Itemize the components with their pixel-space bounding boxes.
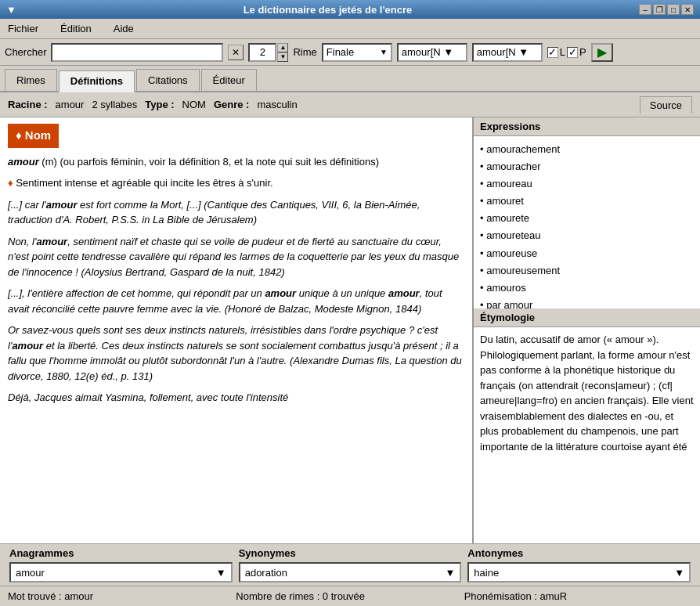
clear-button[interactable]: ✕: [228, 45, 244, 60]
racine-value: amour: [56, 99, 85, 110]
bottom-dropdowns: Anagrammes amour ▼ Synonymes adoration ▼…: [0, 543, 700, 586]
etymology-section: Étymologie Du latin, accusatif de amor (…: [474, 308, 700, 543]
synonymes-group: Synonymes adoration ▼: [236, 547, 465, 583]
title-bar-controls: – ❐ □ ✕: [639, 4, 694, 15]
syllables: 2 syllabes: [92, 99, 137, 110]
menu-edition[interactable]: Édition: [56, 21, 96, 36]
expr-item-2: • amouracher: [480, 158, 694, 175]
tab-definitions[interactable]: Définitions: [59, 70, 135, 92]
def-para-6: Or savez-vous quels sont ses deux instin…: [8, 323, 464, 384]
spin-buttons[interactable]: ▲ ▼: [277, 43, 288, 62]
def-para-4: Non, l'amour, sentiment naïf et chaste q…: [8, 234, 464, 280]
checkbox-p-label: P: [579, 46, 586, 58]
synonymes-label: Synonymes: [239, 547, 462, 559]
expr-item-6: • amoureteau: [480, 227, 694, 244]
checkbox-l-label: L: [560, 46, 565, 58]
amour-dropdown2[interactable]: amour[N ▼: [472, 43, 543, 62]
anagrammes-label: Anagrammes: [9, 547, 233, 559]
rime-select-arrow: ▼: [380, 48, 388, 56]
rime-label: Rime: [293, 46, 316, 58]
title-bar: ▼ Le dictionnaire des jetés de l'encre –…: [0, 0, 700, 19]
checkbox-p[interactable]: ✓: [567, 47, 578, 58]
expr-item-1: • amourachement: [480, 141, 694, 158]
def-para-2: ♦ Sentiment intense et agréable qui inci…: [8, 175, 464, 191]
antonymes-value: haine: [474, 567, 499, 579]
menu-bar: Fichier Édition Aide: [0, 19, 700, 39]
spin-up[interactable]: ▲: [277, 43, 288, 52]
type-value: NOM: [182, 99, 206, 110]
expressions-list: • amourachement • amouracher • amoureau …: [474, 136, 700, 308]
toolbar: Chercher ✕ 2 ▲ ▼ Rime Finale ▼ amour[N ▼…: [0, 39, 700, 66]
synonymes-value: adoration: [245, 567, 287, 579]
tab-citations[interactable]: Citations: [136, 69, 200, 91]
synonymes-select[interactable]: adoration ▼: [239, 562, 462, 583]
tab-editeur[interactable]: Éditeur: [201, 69, 257, 91]
right-panel: Expressions • amourachement • amouracher…: [473, 117, 700, 543]
tab-rimes[interactable]: Rimes: [5, 69, 57, 91]
mot-trouve-status: Mot trouvé : amour: [8, 590, 236, 602]
anagrammes-select[interactable]: amour ▼: [9, 562, 233, 583]
antonymes-label: Antonymes: [467, 547, 691, 559]
rime-select[interactable]: Finale ▼: [322, 43, 392, 62]
def-para-7: Déjà, Jacques aimait Yasmina, follement,…: [8, 390, 464, 406]
expr-item-10: • par amour: [480, 297, 694, 308]
def-para-3: [...] car l'amour est fort comme la Mort…: [8, 197, 464, 228]
def-para-1: amour (m) (ou parfois féminin, voir la d…: [8, 154, 464, 170]
checkbox-l[interactable]: ✓: [547, 47, 558, 58]
definitions-panel: ♦ Nom amour (m) (ou parfois féminin, voi…: [0, 117, 473, 543]
close-button[interactable]: ✕: [681, 4, 694, 15]
source-tab[interactable]: Source: [640, 96, 692, 114]
main-content: Racine : amour 2 syllabes Type : NOM Gen…: [0, 92, 700, 586]
expr-item-7: • amoureuse: [480, 245, 694, 262]
amour-dropdown1[interactable]: amour[N ▼: [397, 43, 467, 62]
checkbox-row: ✓ L ✓ P: [547, 46, 586, 58]
genre-value: masculin: [257, 99, 297, 110]
anagrammes-arrow: ▼: [216, 567, 226, 579]
maximize-button[interactable]: □: [667, 4, 680, 15]
antonymes-arrow: ▼: [674, 567, 684, 579]
etymology-title: Étymologie: [474, 308, 700, 327]
anagrammes-value: amour: [16, 567, 45, 579]
menu-aide[interactable]: Aide: [109, 21, 139, 36]
content-area: ♦ Nom amour (m) (ou parfois féminin, voi…: [0, 117, 700, 543]
antonymes-group: Antonymes haine ▼: [464, 547, 694, 583]
phonemisation-status: Phonémisation : amuR: [464, 590, 692, 602]
num-input[interactable]: 2: [248, 43, 276, 62]
window-title: Le dictionnaire des jetés de l'encre: [16, 4, 639, 16]
nombre-rimes-status: Nombre de rimes : 0 trouvée: [236, 590, 464, 602]
expressions-title: Expressions: [474, 117, 700, 136]
etymology-text: Du latin, accusatif de amor (« amour »).…: [474, 327, 700, 543]
search-input[interactable]: [51, 43, 223, 62]
expr-item-8: • amoureusement: [480, 262, 694, 280]
expr-item-3: • amoureau: [480, 175, 694, 193]
antonymes-select[interactable]: haine ▼: [467, 562, 691, 583]
word-info-bar: Racine : amour 2 syllabes Type : NOM Gen…: [0, 92, 700, 117]
menu-fichier[interactable]: Fichier: [3, 21, 43, 36]
title-bar-left: ▼: [6, 4, 16, 16]
tabs-bar: Rimes Définitions Citations Éditeur: [0, 66, 700, 92]
anagrammes-group: Anagrammes amour ▼: [6, 547, 236, 583]
nom-header: ♦ Nom: [8, 124, 59, 148]
genre-label: Genre :: [214, 99, 250, 110]
expr-item-9: • amouros: [480, 280, 694, 297]
status-bar: Mot trouvé : amour Nombre de rimes : 0 t…: [0, 586, 700, 606]
synonymes-arrow: ▼: [445, 567, 455, 579]
type-label: Type :: [145, 99, 174, 110]
app-icon: ▼: [6, 4, 16, 16]
restore-button[interactable]: ❐: [653, 4, 666, 15]
search-label: Chercher: [5, 46, 46, 58]
expr-item-4: • amouret: [480, 193, 694, 210]
expr-item-5: • amourete: [480, 210, 694, 227]
play-button[interactable]: ▶: [591, 43, 613, 62]
minimize-button[interactable]: –: [639, 4, 651, 15]
racine-label: Racine :: [8, 99, 48, 110]
spin-down[interactable]: ▼: [277, 52, 288, 62]
def-para-5: [...], l'entière affection de cet homme,…: [8, 286, 464, 316]
